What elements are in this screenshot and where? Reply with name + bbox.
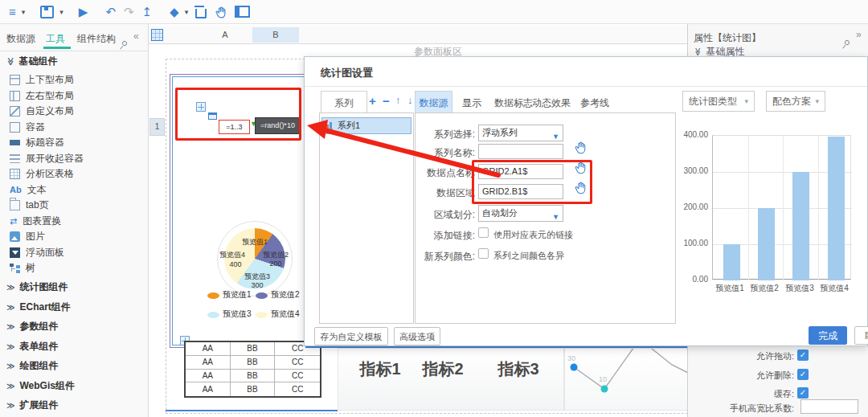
undo-icon[interactable]: ↶ bbox=[101, 0, 120, 24]
table-cell[interactable]: CC bbox=[275, 382, 320, 396]
tab-series[interactable]: 系列 bbox=[321, 91, 367, 113]
sidebar-item-analysis-table[interactable]: 分析区表格 bbox=[10, 167, 74, 180]
table-cell[interactable]: CC bbox=[275, 356, 320, 370]
redo-icon[interactable]: ↷ bbox=[120, 0, 138, 24]
y-axis-tick: 400.00 bbox=[658, 130, 708, 139]
dropdown-value: 自动划分 bbox=[482, 208, 518, 218]
hand-picker-icon[interactable] bbox=[575, 141, 587, 157]
pin-icon[interactable] bbox=[121, 40, 128, 47]
link-checkbox[interactable] bbox=[478, 227, 489, 238]
dropdown-value: 浮动系列 bbox=[482, 128, 518, 137]
checkbox-cache[interactable]: ✓ bbox=[797, 387, 809, 399]
grid-toggle-icon[interactable] bbox=[151, 29, 163, 41]
item-label: 展开收起容器 bbox=[26, 152, 84, 166]
tab-dynamic-effects[interactable]: 动态效果 bbox=[532, 96, 571, 110]
menu-icon[interactable]: ≡ bbox=[5, 0, 20, 24]
sidebar-tab-datasource[interactable]: 数据源 bbox=[6, 32, 35, 46]
table-cell[interactable]: BB bbox=[231, 370, 276, 383]
region-dropdown[interactable]: 自动划分 ▼ bbox=[478, 205, 563, 222]
expand-panel-icon[interactable]: » bbox=[856, 29, 862, 40]
save-icon[interactable] bbox=[40, 6, 54, 18]
section-parameter-components[interactable]: ≫参数组件 bbox=[6, 320, 58, 333]
section-extension-components[interactable]: ≫扩展组件 bbox=[6, 399, 58, 412]
finish-button[interactable]: 完成 bbox=[809, 326, 847, 345]
column-header-b[interactable]: B bbox=[252, 27, 299, 43]
sidebar-item-layout-lr[interactable]: 左右型布局 bbox=[10, 89, 74, 102]
section-drawing-components[interactable]: ≫绘图组件 bbox=[6, 359, 58, 373]
add-series-button[interactable]: + bbox=[369, 94, 376, 108]
tab-data-labels[interactable]: 数据标志 bbox=[494, 96, 533, 110]
chart-type-dropdown[interactable]: 统计图类型 ▾ bbox=[682, 91, 755, 112]
section-basic-components[interactable]: ≫ 基础组件 bbox=[6, 55, 57, 68]
sidebar-item-tree[interactable]: 树 bbox=[10, 261, 35, 274]
sidebar-tab-structure[interactable]: 组件结构 bbox=[77, 32, 116, 46]
sidebar-item-text[interactable]: Ab文本 bbox=[10, 183, 47, 196]
checkbox-allow-delete[interactable]: ✓ bbox=[797, 369, 809, 380]
sidebar-item-layout-tb[interactable]: 上下型布局 bbox=[10, 73, 74, 86]
sidebar-item-expand-container[interactable]: 展开收起容器 bbox=[10, 152, 84, 165]
section-echart-components[interactable]: ≫EChart组件 bbox=[6, 300, 71, 314]
hand-picker-icon[interactable] bbox=[575, 161, 587, 178]
tab-datasource[interactable]: 数据源 bbox=[415, 91, 452, 113]
series-select-dropdown[interactable]: 浮动系列 ▼ bbox=[478, 125, 563, 141]
row-header-1[interactable]: 1 bbox=[149, 118, 165, 136]
remove-series-button[interactable]: − bbox=[383, 94, 390, 108]
hand-picker-icon[interactable] bbox=[575, 182, 587, 198]
sidebar-item-title-container[interactable]: 标题容器 bbox=[10, 136, 64, 149]
sidebar-item-float-panel[interactable]: 浮动面板 bbox=[10, 246, 64, 259]
export-icon[interactable]: ↥ bbox=[138, 0, 157, 24]
panels-icon[interactable] bbox=[235, 6, 250, 18]
delete-icon[interactable] bbox=[195, 9, 207, 18]
tab-reference-line[interactable]: 参考线 bbox=[580, 96, 609, 110]
save-template-button[interactable]: 存为自定义模板 bbox=[314, 327, 388, 345]
image-icon bbox=[10, 231, 20, 242]
sidebar-item-image[interactable]: 图片 bbox=[10, 230, 45, 243]
pin-icon[interactable] bbox=[844, 39, 850, 46]
menu-caret-icon[interactable]: ▾ bbox=[20, 0, 27, 24]
cancel-button[interactable]: 取消 bbox=[854, 326, 868, 345]
data-area-input[interactable] bbox=[478, 184, 563, 199]
section-form-components[interactable]: ≫表单组件 bbox=[6, 340, 58, 354]
advanced-options-button[interactable]: 高级选项 bbox=[394, 327, 440, 345]
section-webgis-components[interactable]: ≫WebGis组件 bbox=[6, 379, 75, 393]
table-cell[interactable]: AA bbox=[186, 342, 231, 356]
item-label: tab页 bbox=[26, 198, 49, 212]
table-cell[interactable]: BB bbox=[231, 356, 276, 370]
series-color-checkbox[interactable] bbox=[478, 248, 489, 259]
dropdown-value: 统计图类型 bbox=[689, 95, 737, 108]
format-brush-icon[interactable]: ◆ bbox=[166, 0, 183, 24]
sidebar-item-container[interactable]: 容器 bbox=[10, 121, 45, 133]
tab-display[interactable]: 显示 bbox=[462, 96, 481, 110]
aspect-ratio-input[interactable] bbox=[800, 399, 858, 414]
table-cell[interactable]: CC bbox=[275, 370, 320, 383]
move-up-button[interactable]: ↑ bbox=[395, 94, 401, 106]
checkbox-allow-drag[interactable]: ✓ bbox=[797, 350, 809, 361]
column-header-a[interactable]: A bbox=[197, 27, 253, 43]
sidebar-item-chart-swap[interactable]: ⇄图表置换 bbox=[10, 215, 61, 227]
format-caret-icon[interactable]: ▾ bbox=[183, 0, 190, 24]
metric-label-2: 指标2 bbox=[409, 358, 477, 380]
point-name-input[interactable] bbox=[478, 164, 563, 179]
save-caret-icon[interactable]: ▾ bbox=[58, 0, 65, 24]
color-scheme-dropdown[interactable]: 配色方案 ▾ bbox=[766, 91, 825, 112]
sidebar-item-tab-page[interactable]: tab页 bbox=[10, 198, 49, 211]
item-label: 浮动面板 bbox=[26, 246, 64, 260]
series-name-input[interactable] bbox=[478, 144, 563, 159]
line-chart-widget[interactable]: 30 10 20 bbox=[564, 348, 707, 411]
point-name-label: 数据点名称 bbox=[395, 166, 475, 180]
table-cell[interactable]: BB bbox=[231, 342, 276, 356]
move-down-button[interactable]: ↓ bbox=[407, 94, 413, 106]
active-tab-underline bbox=[43, 47, 71, 49]
run-icon[interactable]: ▶ bbox=[75, 0, 92, 24]
collapse-panel-icon[interactable]: « bbox=[133, 31, 139, 42]
hand-tool-icon[interactable] bbox=[212, 5, 230, 19]
section-label: 基础组件 bbox=[18, 55, 57, 68]
table-cell[interactable]: BB bbox=[231, 382, 276, 396]
section-chart-components[interactable]: ≫统计图组件 bbox=[6, 280, 68, 294]
table-cell[interactable]: AA bbox=[186, 382, 231, 396]
data-table-widget[interactable]: AA BB CC AA BB CC AA BB CC AA BB CC bbox=[184, 341, 321, 398]
sidebar-tab-tools[interactable]: 工具 bbox=[46, 32, 65, 46]
table-cell[interactable]: AA bbox=[186, 356, 231, 370]
table-cell[interactable]: AA bbox=[186, 370, 231, 383]
sidebar-item-layout-custom[interactable]: 自定义布局 bbox=[10, 104, 74, 117]
